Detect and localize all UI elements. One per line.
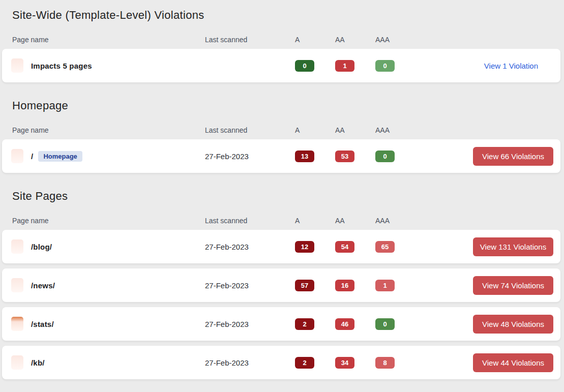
section-title: Homepage [12, 99, 564, 113]
column-headers: Page name Last scanned A AA AAA [2, 125, 560, 135]
aaa-badge: 8 [375, 357, 395, 369]
a-badge: 2 [295, 357, 314, 369]
view-violations-button[interactable]: View 44 Violations [473, 353, 553, 372]
last-scanned-value: 27-Feb-2023 [205, 320, 295, 328]
view-violations-button[interactable]: View 66 Violations [473, 147, 553, 166]
violations-report: Site-Wide (Template-Level) Violations Pa… [0, 0, 564, 379]
section-title: Site Pages [12, 189, 564, 203]
page-thumbnail [11, 239, 23, 254]
column-header-aaa: AAA [375, 126, 415, 134]
a-badge: 57 [295, 280, 314, 291]
page-thumbnail [11, 58, 23, 73]
aa-badge: 46 [335, 318, 354, 330]
aaa-badge: 0 [375, 318, 395, 330]
table-row: /blog/ 27-Feb-2023 12 54 65 View 131 Vio… [2, 230, 560, 263]
page-name-label: /kb/ [31, 358, 45, 367]
aa-badge: 34 [335, 357, 354, 369]
aa-badge: 1 [335, 60, 354, 72]
page-name-label: / [31, 152, 33, 161]
table-row: / Homepage 27-Feb-2023 13 53 0 View 66 V… [2, 139, 560, 173]
column-header-aaa: AAA [375, 217, 415, 225]
column-header-last-scanned: Last scanned [205, 217, 295, 225]
aaa-badge: 65 [375, 241, 395, 253]
table-row: Impacts 5 pages 0 1 0 View 1 Violation [2, 49, 560, 82]
column-header-aa: AA [335, 126, 375, 134]
a-badge: 12 [295, 241, 314, 253]
column-header-last-scanned: Last scanned [205, 36, 295, 44]
column-header-a: A [295, 36, 335, 44]
page-name-label: Impacts 5 pages [31, 62, 92, 70]
aa-badge: 16 [335, 280, 354, 291]
aaa-badge: 1 [375, 280, 395, 291]
section-site-pages: Site Pages Page name Last scanned A AA A… [0, 189, 564, 379]
page-thumbnail [11, 355, 23, 370]
page-thumbnail [11, 149, 23, 163]
column-header-aaa: AAA [375, 36, 415, 44]
view-violation-link[interactable]: View 1 Violation [484, 62, 538, 70]
column-header-aa: AA [335, 36, 375, 44]
column-header-last-scanned: Last scanned [205, 126, 295, 134]
column-header-page-name: Page name [2, 217, 205, 225]
section-site-wide: Site-Wide (Template-Level) Violations Pa… [0, 8, 564, 82]
section-homepage: Homepage Page name Last scanned A AA AAA… [0, 99, 564, 173]
view-violations-button[interactable]: View 48 Violations [473, 315, 553, 334]
page-thumbnail [11, 278, 23, 292]
column-header-page-name: Page name [2, 36, 205, 44]
homepage-tag: Homepage [38, 151, 82, 162]
table-row: /news/ 27-Feb-2023 57 16 1 View 74 Viola… [2, 268, 560, 302]
table-row: /stats/ 27-Feb-2023 2 46 0 View 48 Viola… [2, 307, 560, 341]
aa-badge: 54 [335, 241, 354, 253]
view-violations-button[interactable]: View 131 Violations [473, 237, 553, 256]
column-header-a: A [295, 217, 335, 225]
page-name-label: /stats/ [31, 320, 54, 328]
view-violations-button[interactable]: View 74 Violations [473, 276, 553, 295]
a-badge: 2 [295, 318, 314, 330]
page-name-label: /blog/ [31, 243, 52, 251]
last-scanned-value: 27-Feb-2023 [205, 281, 295, 290]
column-header-aa: AA [335, 217, 375, 225]
page-name-label: /news/ [31, 281, 55, 290]
column-header-page-name: Page name [2, 126, 205, 134]
aaa-badge: 0 [375, 60, 395, 72]
a-badge: 13 [295, 150, 314, 162]
table-row: /kb/ 27-Feb-2023 2 34 8 View 44 Violatio… [2, 346, 560, 379]
last-scanned-value: 27-Feb-2023 [205, 243, 295, 251]
page-thumbnail [11, 317, 23, 331]
column-headers: Page name Last scanned A AA AAA [2, 35, 560, 45]
column-header-a: A [295, 126, 335, 134]
aaa-badge: 0 [375, 150, 395, 162]
column-headers: Page name Last scanned A AA AAA [2, 216, 560, 226]
section-title: Site-Wide (Template-Level) Violations [12, 8, 564, 22]
last-scanned-value: 27-Feb-2023 [205, 152, 295, 161]
a-badge: 0 [295, 60, 314, 72]
aa-badge: 53 [335, 150, 354, 162]
last-scanned-value: 27-Feb-2023 [205, 358, 295, 367]
